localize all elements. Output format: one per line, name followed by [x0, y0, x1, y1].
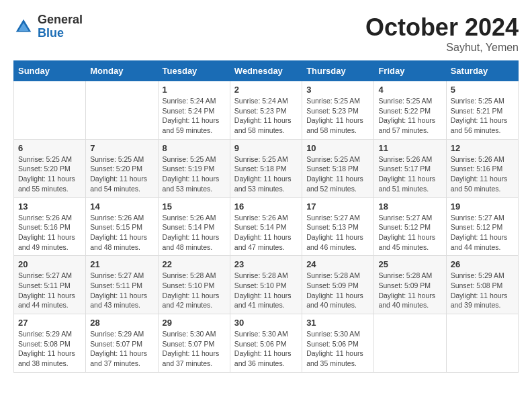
day-number: 15: [163, 201, 226, 212]
calendar-cell: 20Sunrise: 5:27 AM Sunset: 5:11 PM Dayli…: [14, 256, 86, 314]
day-number: 3: [306, 85, 369, 95]
day-number: 24: [306, 259, 369, 269]
day-number: 19: [451, 201, 514, 212]
day-number: 27: [18, 318, 81, 328]
day-number: 31: [306, 318, 369, 328]
calendar-cell: 19Sunrise: 5:27 AM Sunset: 5:12 PM Dayli…: [446, 197, 518, 256]
weekday-header-tuesday: Tuesday: [158, 61, 230, 81]
day-info: Sunrise: 5:28 AM Sunset: 5:09 PM Dayligh…: [378, 271, 441, 310]
logo: General Blue: [13, 13, 83, 40]
day-number: 10: [306, 143, 369, 153]
calendar-cell: 26Sunrise: 5:29 AM Sunset: 5:08 PM Dayli…: [446, 256, 518, 314]
calendar-cell: 13Sunrise: 5:26 AM Sunset: 5:16 PM Dayli…: [14, 197, 86, 256]
calendar-cell: 27Sunrise: 5:29 AM Sunset: 5:08 PM Dayli…: [14, 314, 86, 373]
calendar-cell: 17Sunrise: 5:27 AM Sunset: 5:13 PM Dayli…: [302, 197, 374, 256]
day-info: Sunrise: 5:25 AM Sunset: 5:20 PM Dayligh…: [90, 154, 153, 194]
day-number: 11: [378, 143, 441, 153]
logo-text: General Blue: [38, 13, 83, 40]
day-number: 7: [90, 143, 153, 153]
week-row-1: 1Sunrise: 5:24 AM Sunset: 5:24 PM Daylig…: [14, 81, 519, 140]
weekday-header-saturday: Saturday: [446, 61, 518, 81]
day-info: Sunrise: 5:28 AM Sunset: 5:10 PM Dayligh…: [163, 271, 226, 310]
calendar-cell: 9Sunrise: 5:25 AM Sunset: 5:18 PM Daylig…: [230, 139, 302, 197]
calendar-cell: 3Sunrise: 5:25 AM Sunset: 5:23 PM Daylig…: [302, 81, 374, 140]
title-block: October 2024 Sayhut, Yemen: [365, 13, 519, 54]
day-number: 25: [378, 259, 441, 269]
logo-general: General: [38, 13, 83, 26]
day-info: Sunrise: 5:26 AM Sunset: 5:17 PM Dayligh…: [378, 154, 441, 194]
weekday-header-row: SundayMondayTuesdayWednesdayThursdayFrid…: [14, 61, 519, 81]
week-row-3: 13Sunrise: 5:26 AM Sunset: 5:16 PM Dayli…: [14, 197, 519, 256]
calendar-cell: 16Sunrise: 5:26 AM Sunset: 5:14 PM Dayli…: [230, 197, 302, 256]
calendar-cell: 24Sunrise: 5:28 AM Sunset: 5:09 PM Dayli…: [302, 256, 374, 314]
calendar-cell: 6Sunrise: 5:25 AM Sunset: 5:20 PM Daylig…: [14, 139, 86, 197]
day-info: Sunrise: 5:27 AM Sunset: 5:11 PM Dayligh…: [18, 271, 81, 310]
calendar-cell: 23Sunrise: 5:28 AM Sunset: 5:10 PM Dayli…: [230, 256, 302, 314]
day-info: Sunrise: 5:25 AM Sunset: 5:18 PM Dayligh…: [234, 154, 298, 194]
week-row-5: 27Sunrise: 5:29 AM Sunset: 5:08 PM Dayli…: [14, 314, 519, 373]
weekday-header-sunday: Sunday: [14, 61, 86, 81]
day-info: Sunrise: 5:27 AM Sunset: 5:12 PM Dayligh…: [451, 213, 514, 253]
calendar-cell: 31Sunrise: 5:30 AM Sunset: 5:06 PM Dayli…: [302, 314, 374, 373]
day-info: Sunrise: 5:26 AM Sunset: 5:16 PM Dayligh…: [18, 213, 81, 253]
calendar-cell: 28Sunrise: 5:29 AM Sunset: 5:07 PM Dayli…: [86, 314, 158, 373]
weekday-header-wednesday: Wednesday: [230, 61, 302, 81]
day-info: Sunrise: 5:26 AM Sunset: 5:14 PM Dayligh…: [163, 213, 226, 253]
day-info: Sunrise: 5:24 AM Sunset: 5:24 PM Dayligh…: [163, 96, 226, 136]
day-number: 26: [451, 259, 514, 269]
day-info: Sunrise: 5:26 AM Sunset: 5:15 PM Dayligh…: [90, 213, 153, 253]
day-number: 23: [234, 259, 298, 269]
day-number: 17: [306, 201, 369, 212]
day-info: Sunrise: 5:26 AM Sunset: 5:16 PM Dayligh…: [451, 154, 514, 194]
day-number: 2: [234, 85, 298, 95]
day-info: Sunrise: 5:25 AM Sunset: 5:18 PM Dayligh…: [306, 154, 369, 194]
weekday-header-friday: Friday: [374, 61, 446, 81]
day-info: Sunrise: 5:27 AM Sunset: 5:13 PM Dayligh…: [306, 213, 369, 253]
calendar-cell: 8Sunrise: 5:25 AM Sunset: 5:19 PM Daylig…: [158, 139, 230, 197]
page-header: General Blue October 2024 Sayhut, Yemen: [13, 13, 519, 54]
day-info: Sunrise: 5:30 AM Sunset: 5:06 PM Dayligh…: [306, 329, 369, 369]
calendar-cell: 1Sunrise: 5:24 AM Sunset: 5:24 PM Daylig…: [158, 81, 230, 140]
day-number: 12: [451, 143, 514, 153]
day-info: Sunrise: 5:30 AM Sunset: 5:07 PM Dayligh…: [163, 329, 226, 369]
calendar-cell: 14Sunrise: 5:26 AM Sunset: 5:15 PM Dayli…: [86, 197, 158, 256]
day-number: 5: [451, 85, 514, 95]
day-info: Sunrise: 5:25 AM Sunset: 5:19 PM Dayligh…: [163, 154, 226, 194]
weekday-header-thursday: Thursday: [302, 61, 374, 81]
day-number: 21: [90, 259, 153, 269]
day-info: Sunrise: 5:30 AM Sunset: 5:06 PM Dayligh…: [234, 329, 298, 369]
calendar-body: 1Sunrise: 5:24 AM Sunset: 5:24 PM Daylig…: [14, 81, 519, 373]
day-number: 14: [90, 201, 153, 212]
day-number: 4: [378, 85, 441, 95]
calendar-cell: 4Sunrise: 5:25 AM Sunset: 5:22 PM Daylig…: [374, 81, 446, 140]
calendar-cell: [374, 314, 446, 373]
calendar-cell: 11Sunrise: 5:26 AM Sunset: 5:17 PM Dayli…: [374, 139, 446, 197]
day-number: 30: [234, 318, 298, 328]
day-info: Sunrise: 5:29 AM Sunset: 5:08 PM Dayligh…: [18, 329, 81, 369]
day-number: 13: [18, 201, 81, 212]
calendar-cell: 18Sunrise: 5:27 AM Sunset: 5:12 PM Dayli…: [374, 197, 446, 256]
day-info: Sunrise: 5:25 AM Sunset: 5:21 PM Dayligh…: [451, 96, 514, 136]
weekday-header-monday: Monday: [86, 61, 158, 81]
day-info: Sunrise: 5:25 AM Sunset: 5:23 PM Dayligh…: [306, 96, 369, 136]
logo-blue: Blue: [38, 26, 64, 40]
calendar-table: SundayMondayTuesdayWednesdayThursdayFrid…: [13, 60, 519, 373]
day-info: Sunrise: 5:28 AM Sunset: 5:09 PM Dayligh…: [306, 271, 369, 310]
day-number: 8: [163, 143, 226, 153]
day-info: Sunrise: 5:24 AM Sunset: 5:23 PM Dayligh…: [234, 96, 298, 136]
calendar-cell: 2Sunrise: 5:24 AM Sunset: 5:23 PM Daylig…: [230, 81, 302, 140]
day-number: 20: [18, 259, 81, 269]
calendar-cell: 7Sunrise: 5:25 AM Sunset: 5:20 PM Daylig…: [86, 139, 158, 197]
calendar-cell: 25Sunrise: 5:28 AM Sunset: 5:09 PM Dayli…: [374, 256, 446, 314]
day-info: Sunrise: 5:25 AM Sunset: 5:22 PM Dayligh…: [378, 96, 441, 136]
calendar-cell: [14, 81, 86, 140]
day-info: Sunrise: 5:25 AM Sunset: 5:20 PM Dayligh…: [18, 154, 81, 194]
day-number: 18: [378, 201, 441, 212]
logo-icon: [13, 17, 34, 37]
day-number: 6: [18, 143, 81, 153]
day-number: 9: [234, 143, 298, 153]
location: Sayhut, Yemen: [365, 42, 519, 54]
day-number: 22: [163, 259, 226, 269]
calendar-cell: 10Sunrise: 5:25 AM Sunset: 5:18 PM Dayli…: [302, 139, 374, 197]
day-number: 29: [163, 318, 226, 328]
